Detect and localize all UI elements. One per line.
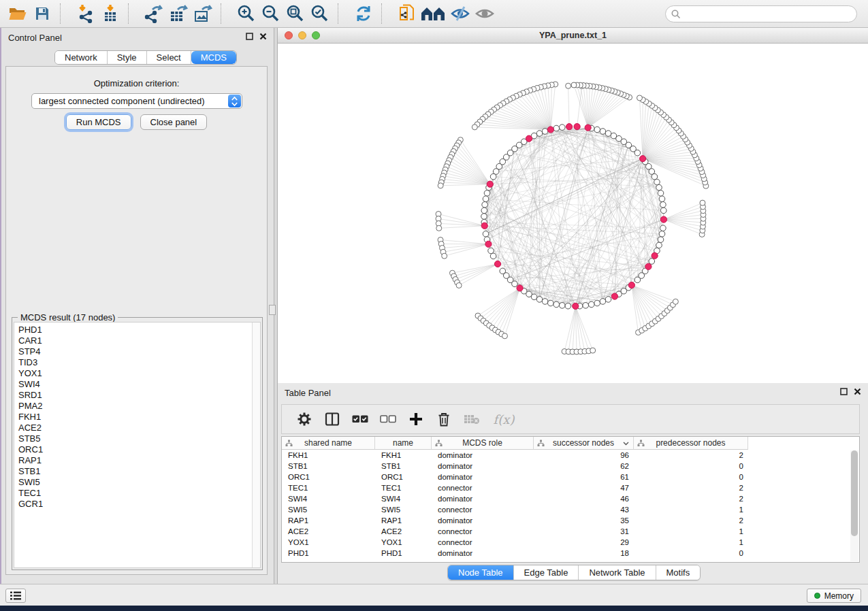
export-network-button[interactable] bbox=[142, 3, 166, 24]
node[interactable] bbox=[490, 174, 496, 180]
mcds-result-list[interactable]: PHD1CAR1STP4TID3YOX1SWI4SRD1PMA2FKH1ACE2… bbox=[14, 322, 261, 568]
node[interactable] bbox=[700, 200, 705, 205]
node[interactable] bbox=[438, 183, 443, 188]
node[interactable] bbox=[566, 83, 571, 88]
node[interactable] bbox=[605, 131, 611, 137]
node[interactable] bbox=[654, 179, 660, 185]
zoom-selected-button[interactable] bbox=[308, 3, 332, 24]
node[interactable] bbox=[637, 95, 642, 101]
status-menu-button[interactable] bbox=[5, 589, 26, 603]
mcds-node[interactable] bbox=[640, 156, 646, 162]
mcds-node[interactable] bbox=[660, 216, 666, 222]
mcds-result-item[interactable]: SRD1 bbox=[14, 390, 260, 401]
import-table-button[interactable] bbox=[98, 3, 123, 24]
node[interactable] bbox=[559, 303, 565, 309]
table-settings-button[interactable] bbox=[295, 410, 313, 428]
mcds-result-item[interactable]: ORC1 bbox=[14, 444, 260, 455]
node[interactable] bbox=[600, 129, 606, 135]
mcds-node[interactable] bbox=[585, 125, 591, 131]
delete-table-button[interactable] bbox=[463, 410, 481, 428]
node[interactable] bbox=[483, 196, 489, 202]
refresh-layout-button[interactable] bbox=[351, 3, 376, 24]
mcds-node[interactable] bbox=[611, 293, 617, 299]
mcds-node[interactable] bbox=[573, 303, 579, 309]
float-panel-icon[interactable] bbox=[840, 388, 848, 395]
node[interactable] bbox=[488, 248, 494, 254]
network-view-titlebar[interactable]: YPA_prune.txt_1 bbox=[278, 28, 868, 44]
table-row[interactable]: SWI4SWI4dominator462 bbox=[282, 493, 850, 504]
export-image-button[interactable] bbox=[191, 3, 215, 24]
mcds-result-scrollbar[interactable] bbox=[252, 323, 260, 567]
node[interactable] bbox=[482, 201, 488, 208]
mcds-result-item[interactable]: SWI4 bbox=[14, 379, 260, 390]
table-row[interactable]: TEC1TEC1connector472 bbox=[282, 482, 850, 493]
node[interactable] bbox=[571, 82, 577, 88]
node[interactable] bbox=[583, 303, 589, 309]
column-header-successor-nodes[interactable]: successor nodes bbox=[534, 437, 634, 450]
mcds-node[interactable] bbox=[645, 263, 652, 269]
node[interactable] bbox=[559, 125, 565, 131]
zoom-fit-button[interactable] bbox=[283, 3, 308, 24]
mcds-result-item[interactable]: STP4 bbox=[14, 346, 260, 357]
close-panel-icon[interactable] bbox=[854, 388, 861, 395]
node[interactable] bbox=[660, 225, 666, 231]
clone-network-button[interactable] bbox=[395, 3, 419, 24]
table-scrollbar[interactable] bbox=[850, 450, 858, 561]
close-panel-icon[interactable] bbox=[259, 33, 267, 40]
node[interactable] bbox=[542, 129, 548, 135]
node[interactable] bbox=[659, 196, 665, 202]
network-canvas[interactable] bbox=[278, 44, 868, 383]
node[interactable] bbox=[490, 253, 496, 259]
node[interactable] bbox=[548, 300, 554, 306]
home-button[interactable] bbox=[419, 3, 448, 24]
tab-mcds[interactable]: MCDS bbox=[191, 51, 236, 64]
node[interactable] bbox=[481, 214, 487, 220]
mcds-node[interactable] bbox=[494, 261, 500, 267]
show-columns-button[interactable] bbox=[323, 410, 341, 428]
search-box[interactable] bbox=[665, 5, 857, 22]
node[interactable] bbox=[553, 125, 560, 131]
mcds-result-item[interactable]: YOX1 bbox=[14, 368, 260, 379]
node[interactable] bbox=[531, 294, 537, 300]
mcds-result-item[interactable]: FKH1 bbox=[14, 412, 260, 423]
table-row[interactable]: RAP1RAP1dominator352 bbox=[282, 515, 850, 526]
deselect-all-button[interactable] bbox=[379, 410, 397, 428]
node[interactable] bbox=[649, 259, 655, 265]
close-panel-button[interactable]: Close panel bbox=[140, 114, 208, 130]
criterion-dropdown[interactable]: largest connected component (undirected) bbox=[31, 93, 242, 109]
search-input[interactable] bbox=[681, 10, 856, 19]
node[interactable] bbox=[590, 348, 596, 353]
node[interactable] bbox=[656, 184, 662, 191]
mcds-result-item[interactable]: GCR1 bbox=[14, 499, 260, 510]
node[interactable] bbox=[588, 301, 594, 308]
show-all-button[interactable] bbox=[472, 3, 497, 24]
mcds-node[interactable] bbox=[547, 127, 553, 133]
mcds-result-item[interactable]: SWI5 bbox=[14, 477, 260, 488]
tab-node-table[interactable]: Node Table bbox=[448, 565, 514, 580]
tab-edge-table[interactable]: Edge Table bbox=[514, 565, 579, 580]
node[interactable] bbox=[658, 191, 664, 197]
node[interactable] bbox=[481, 208, 487, 214]
export-table-button[interactable] bbox=[166, 3, 191, 24]
node[interactable] bbox=[600, 299, 606, 305]
select-all-button[interactable] bbox=[351, 410, 369, 428]
node[interactable] bbox=[442, 253, 447, 259]
node[interactable] bbox=[472, 125, 477, 130]
table-row[interactable]: FKH1FKH1dominator962 bbox=[282, 450, 850, 461]
mcds-node[interactable] bbox=[485, 241, 492, 247]
node[interactable] bbox=[436, 225, 442, 231]
tab-select[interactable]: Select bbox=[147, 51, 191, 64]
node[interactable] bbox=[605, 297, 611, 303]
tab-motifs[interactable]: Motifs bbox=[656, 565, 701, 580]
node[interactable] bbox=[484, 191, 490, 197]
mcds-node[interactable] bbox=[652, 252, 658, 259]
mcds-node[interactable] bbox=[526, 135, 532, 142]
mcds-node[interactable] bbox=[481, 222, 487, 229]
zoom-in-button[interactable] bbox=[234, 3, 259, 24]
node[interactable] bbox=[660, 208, 666, 214]
mcds-node[interactable] bbox=[628, 282, 634, 288]
node[interactable] bbox=[553, 301, 560, 308]
column-header-predecessor-nodes[interactable]: predecessor nodes bbox=[634, 437, 748, 450]
table-row[interactable]: YOX1YOX1connector291 bbox=[282, 537, 850, 548]
table-scrollbar-thumb[interactable] bbox=[851, 450, 858, 536]
